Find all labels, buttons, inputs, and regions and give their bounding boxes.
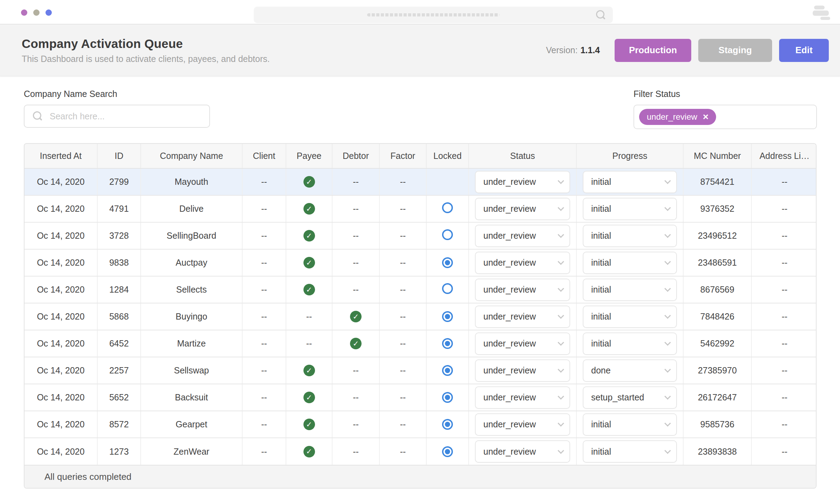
cell-inserted-at: Oc 14, 2020 [24,330,97,357]
lock-radio[interactable] [442,392,453,403]
cell-debtor: -- [332,249,379,276]
cell-locked [426,330,469,357]
cell-factor: -- [379,222,426,249]
edit-button[interactable]: Edit [779,39,829,62]
cell-locked [426,411,469,438]
cell-status-select[interactable]: under_review [475,198,570,220]
company-search-input[interactable] [50,111,202,121]
check-icon: ✓ [303,230,315,241]
lock-radio[interactable] [442,311,453,322]
cell-address: -- [751,222,817,249]
cell-locked [426,303,469,330]
cell-progress-select[interactable]: initial [583,198,677,220]
table-row: Oc 14, 20204791Delive--✓----under_review… [24,195,817,222]
cell-company-name: Delive [141,195,242,222]
cell-progress: initial [576,438,683,465]
cell-status-select[interactable]: under_review [475,171,570,193]
cell-factor: -- [379,438,426,465]
cell-status: under_review [469,438,576,465]
cell-progress-select[interactable]: initial [583,306,677,328]
window-dot-purple[interactable] [21,9,27,16]
search-icon [596,10,606,20]
lock-radio[interactable] [442,446,453,457]
chevron-down-icon [664,393,671,399]
activation-table: Inserted AtIDCompany NameClientPayeeDebt… [24,143,817,489]
cell-inserted-at: Oc 14, 2020 [24,357,97,384]
cell-company-name: ZenWear [141,438,242,465]
cell-progress-select[interactable]: initial [583,225,677,247]
cell-address: -- [751,357,817,384]
column-header-4: Payee [286,144,332,168]
cell-progress: initial [576,330,683,357]
lock-radio[interactable] [442,229,453,240]
cell-progress-select[interactable]: initial [583,413,677,436]
cell-debtor: -- [332,276,379,303]
cell-status: under_review [469,195,576,222]
cell-payee: ✓ [286,276,332,303]
production-button[interactable]: Production [615,39,691,62]
menu-icon[interactable] [813,6,834,20]
cell-progress-select[interactable]: initial [583,252,677,274]
cell-locked [426,168,469,195]
cell-inserted-at: Oc 14, 2020 [24,222,97,249]
cell-status-select[interactable]: under_review [475,279,570,301]
window-dot-blue[interactable] [46,9,52,16]
table-row: Oc 14, 20209838Auctpay--✓----under_revie… [24,249,817,276]
cell-address: -- [751,411,817,438]
lock-radio[interactable] [442,257,453,268]
cell-payee: -- [286,330,332,357]
search-icon [33,111,43,121]
lock-radio[interactable] [442,419,453,430]
chevron-down-icon [558,312,564,318]
cell-client: -- [242,222,286,249]
cell-status-select[interactable]: under_review [475,440,570,463]
column-header-11: Address Li… [751,144,817,168]
address-bar[interactable] [254,7,613,23]
cell-progress-select[interactable]: setup_started [583,386,677,409]
cell-progress-select[interactable]: initial [583,332,677,355]
column-header-2: Company Name [141,144,242,168]
close-icon[interactable]: × [703,112,708,122]
cell-debtor: -- [332,384,379,411]
cell-status: under_review [469,384,576,411]
cell-mc-number: 23486591 [683,249,751,276]
cell-debtor: ✓ [332,303,379,330]
window-dot-gray[interactable] [33,9,40,16]
cell-debtor: -- [332,357,379,384]
filter-status-field[interactable]: under_review × [634,105,817,129]
cell-locked [426,249,469,276]
table-header-row: Inserted AtIDCompany NameClientPayeeDebt… [24,144,817,168]
lock-radio[interactable] [442,202,453,213]
cell-debtor: -- [332,195,379,222]
cell-locked [426,195,469,222]
cell-status-select[interactable]: under_review [475,413,570,436]
cell-payee: -- [286,303,332,330]
cell-id: 2799 [97,168,141,195]
lock-radio[interactable] [442,365,453,376]
cell-status-select[interactable]: under_review [475,306,570,328]
app-header: Company Activation Queue This Dashboard … [0,24,840,76]
cell-client: -- [242,330,286,357]
cell-client: -- [242,384,286,411]
cell-payee: ✓ [286,384,332,411]
cell-progress-select[interactable]: done [583,359,677,382]
cell-status-select[interactable]: under_review [475,332,570,355]
cell-progress-select[interactable]: initial [583,440,677,463]
cell-progress: initial [576,168,683,195]
cell-client: -- [242,276,286,303]
cell-status-select[interactable]: under_review [475,225,570,247]
chevron-down-icon [558,258,564,265]
check-icon: ✓ [303,446,315,457]
lock-radio[interactable] [442,338,453,349]
staging-button[interactable]: Staging [698,39,772,62]
cell-progress-select[interactable]: initial [583,279,677,301]
column-header-3: Client [242,144,286,168]
cell-mc-number: 9376352 [683,195,751,222]
cell-progress-select[interactable]: initial [583,171,677,193]
cell-status-select[interactable]: under_review [475,252,570,274]
cell-status-select[interactable]: under_review [475,359,570,382]
cell-status-select[interactable]: under_review [475,386,570,409]
lock-radio[interactable] [442,283,453,294]
table-row: Oc 14, 20203728SellingBoard--✓----under_… [24,222,817,249]
page-subtitle: This Dashboard is used to activate clien… [22,54,270,64]
